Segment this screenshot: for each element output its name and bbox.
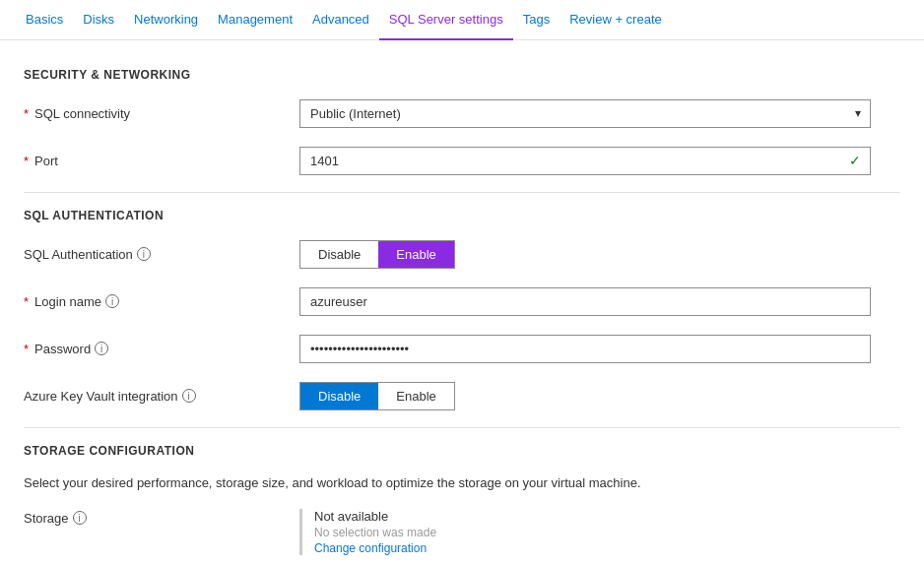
storage-value: Not available No selection was made Chan… — [299, 509, 871, 555]
port-input-wrapper: ✓ — [299, 147, 871, 175]
key-vault-toggle-group: Disable Enable — [299, 382, 455, 410]
tab-tags[interactable]: Tags — [513, 0, 560, 40]
sql-auth-row: SQL Authentication i Disable Enable — [24, 238, 900, 270]
login-name-input[interactable] — [299, 287, 871, 316]
tab-management[interactable]: Management — [208, 0, 302, 40]
sql-authentication-header: SQL AUTHENTICATION — [24, 209, 900, 222]
sql-connectivity-dropdown[interactable]: Public (Internet) — [299, 99, 871, 128]
divider-2 — [24, 427, 900, 428]
login-name-control — [299, 287, 871, 316]
key-vault-info-icon[interactable]: i — [182, 389, 196, 403]
sql-auth-disable-button[interactable]: Disable — [300, 241, 378, 268]
sql-auth-label: SQL Authentication i — [24, 247, 299, 262]
storage-info-icon[interactable]: i — [73, 511, 87, 525]
port-check-icon: ✓ — [849, 153, 861, 168]
sql-auth-toggle-group: Disable Enable — [299, 240, 455, 269]
sql-auth-info-icon[interactable]: i — [137, 247, 151, 261]
login-name-label-text: Login name — [34, 294, 101, 309]
sql-connectivity-control: Public (Internet) ▾ — [299, 99, 871, 128]
sql-connectivity-dropdown-wrapper: Public (Internet) ▾ — [299, 99, 871, 128]
login-name-info-icon[interactable]: i — [105, 294, 119, 308]
key-vault-control: Disable Enable — [299, 382, 871, 410]
storage-description: Select your desired performance, storage… — [24, 473, 900, 493]
port-label-text: Port — [34, 154, 58, 168]
storage-not-available-text: Not available — [314, 509, 871, 524]
tab-networking[interactable]: Networking — [124, 0, 208, 40]
sql-connectivity-label: * SQL connectivity — [24, 106, 299, 121]
password-row: * Password i — [24, 333, 900, 364]
storage-row: Storage i Not available No selection was… — [24, 509, 900, 555]
sql-auth-label-text: SQL Authentication — [24, 247, 133, 262]
key-vault-label-text: Azure Key Vault integration — [24, 389, 178, 404]
tab-advanced[interactable]: Advanced — [302, 0, 379, 40]
sql-connectivity-label-text: SQL connectivity — [34, 106, 130, 121]
password-info-icon[interactable]: i — [95, 342, 108, 355]
port-row: * Port ✓ — [24, 145, 900, 176]
password-label: * Password i — [24, 342, 299, 356]
sql-auth-control: Disable Enable — [299, 240, 871, 269]
password-input[interactable] — [299, 335, 871, 363]
security-networking-header: SECURITY & NETWORKING — [24, 68, 900, 82]
key-vault-row: Azure Key Vault integration i Disable En… — [24, 380, 900, 411]
tab-review-create[interactable]: Review + create — [560, 0, 672, 40]
storage-change-link[interactable]: Change configuration — [314, 541, 871, 555]
storage-no-selection-text: No selection was made — [314, 526, 871, 539]
password-required-star: * — [24, 342, 29, 356]
key-vault-enable-button[interactable]: Enable — [378, 383, 453, 409]
tab-sql-server-settings[interactable]: SQL Server settings — [379, 0, 513, 40]
tab-basics[interactable]: Basics — [16, 0, 73, 40]
port-control: ✓ — [299, 147, 871, 175]
required-star: * — [24, 106, 29, 121]
port-input[interactable] — [299, 147, 871, 175]
storage-label: Storage i — [24, 509, 299, 526]
login-name-row: * Login name i — [24, 285, 900, 317]
tab-disks[interactable]: Disks — [73, 0, 124, 40]
sql-connectivity-row: * SQL connectivity Public (Internet) ▾ — [24, 97, 900, 129]
sql-auth-enable-button[interactable]: Enable — [378, 241, 453, 268]
tab-bar: Basics Disks Networking Management Advan… — [0, 0, 924, 40]
key-vault-label: Azure Key Vault integration i — [24, 389, 299, 404]
divider-1 — [24, 192, 900, 193]
password-control — [299, 335, 871, 363]
storage-label-text: Storage — [24, 511, 69, 526]
key-vault-disable-button[interactable]: Disable — [300, 383, 378, 409]
login-required-star: * — [24, 294, 29, 309]
storage-configuration-header: STORAGE CONFIGURATION — [24, 444, 900, 458]
port-label: * Port — [24, 154, 299, 168]
main-content: SECURITY & NETWORKING * SQL connectivity… — [0, 40, 924, 565]
password-label-text: Password — [34, 342, 91, 356]
port-required-star: * — [24, 154, 29, 168]
login-name-label: * Login name i — [24, 294, 299, 309]
